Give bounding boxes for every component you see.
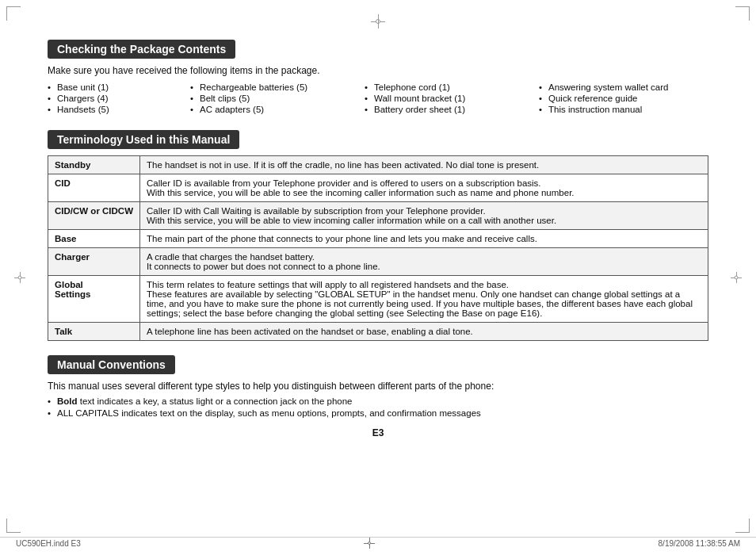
table-row: Talk A telephone line has been activated… bbox=[48, 323, 708, 341]
list-item: Quick reference guide bbox=[539, 94, 729, 103]
page-wrapper: Checking the Package Contents Make sure … bbox=[0, 0, 756, 555]
definition-cell: The handset is not in use. If it is off … bbox=[140, 156, 708, 174]
corner-mark-bl bbox=[6, 519, 21, 533]
table-row: CID Caller ID is available from your Tel… bbox=[48, 174, 708, 202]
definition-cell: A telephone line has been activated on t… bbox=[140, 323, 708, 341]
terminology-table: Standby The handset is not in use. If it… bbox=[48, 155, 708, 341]
list-item: Handsets (5) bbox=[48, 105, 182, 114]
top-crosshair bbox=[371, 14, 385, 29]
term-cell: Charger bbox=[48, 248, 140, 276]
term-cell: CID/CW or CIDCW bbox=[48, 202, 140, 230]
package-col-2: Rechargeable batteries (5) Belt clips (5… bbox=[190, 82, 365, 116]
footer-left: UC590EH.indd E3 bbox=[16, 539, 81, 548]
package-items-grid: Base unit (1) Chargers (4) Handsets (5) … bbox=[48, 82, 708, 116]
conventions-header: Manual Conventions bbox=[48, 355, 175, 374]
corner-mark-tr bbox=[735, 6, 750, 21]
table-row: Standby The handset is not in use. If it… bbox=[48, 156, 708, 174]
page-number: E3 bbox=[48, 427, 708, 438]
term-cell: Standby bbox=[48, 156, 140, 174]
list-item: Wall mount bracket (1) bbox=[365, 94, 531, 103]
footer-right: 8/19/2008 11:38:55 AM bbox=[659, 539, 740, 548]
list-item: Answering system wallet card bbox=[539, 82, 729, 92]
term-cell: GlobalSettings bbox=[48, 276, 140, 323]
term-cell: Talk bbox=[48, 323, 140, 341]
table-row: CID/CW or CIDCW Caller ID with Call Wait… bbox=[48, 202, 708, 230]
package-col-4: Answering system wallet card Quick refer… bbox=[539, 82, 737, 116]
conventions-intro: This manual uses several different type … bbox=[48, 381, 708, 392]
package-col-1: Base unit (1) Chargers (4) Handsets (5) bbox=[48, 82, 190, 116]
list-item: Rechargeable batteries (5) bbox=[190, 82, 357, 92]
footer-crosshair bbox=[364, 538, 375, 549]
package-header: Checking the Package Contents bbox=[48, 40, 235, 59]
list-item: Base unit (1) bbox=[48, 82, 182, 92]
list-item: Battery order sheet (1) bbox=[365, 105, 531, 114]
conventions-section: Manual Conventions This manual uses seve… bbox=[48, 355, 708, 418]
list-item: ALL CAPITALS indicates text on the displ… bbox=[48, 408, 708, 418]
term-cell: Base bbox=[48, 230, 140, 248]
package-intro: Make sure you have received the followin… bbox=[48, 65, 708, 76]
definition-cell: Caller ID is available from your Telepho… bbox=[140, 174, 708, 202]
package-col-3: Telephone cord (1) Wall mount bracket (1… bbox=[365, 82, 539, 116]
term-cell: CID bbox=[48, 174, 140, 202]
corner-mark-br bbox=[735, 519, 750, 533]
list-item: Chargers (4) bbox=[48, 94, 182, 103]
definition-cell: A cradle that charges the handset batter… bbox=[140, 248, 708, 276]
conventions-list: Bold text indicates a key, a status ligh… bbox=[48, 396, 708, 418]
list-item: Bold text indicates a key, a status ligh… bbox=[48, 396, 708, 406]
list-item: Telephone cord (1) bbox=[365, 82, 531, 92]
package-section: Checking the Package Contents Make sure … bbox=[48, 40, 708, 116]
footer: UC590EH.indd E3 8/19/2008 11:38:55 AM bbox=[0, 537, 756, 549]
terminology-section: Terminology Used in this Manual Standby … bbox=[48, 130, 708, 341]
corner-mark-tl bbox=[6, 6, 21, 21]
list-item: This instruction manual bbox=[539, 105, 729, 114]
list-item: AC adapters (5) bbox=[190, 105, 357, 114]
definition-cell: This term relates to feature settings th… bbox=[140, 276, 708, 323]
definition-cell: The main part of the phone that connects… bbox=[140, 230, 708, 248]
list-item: Belt clips (5) bbox=[190, 94, 357, 103]
right-crosshair bbox=[731, 272, 742, 283]
terminology-header: Terminology Used in this Manual bbox=[48, 130, 239, 149]
definition-cell: Caller ID with Call Waiting is available… bbox=[140, 202, 708, 230]
bold-label: Bold bbox=[57, 396, 78, 406]
table-row: GlobalSettings This term relates to feat… bbox=[48, 276, 708, 323]
table-row: Charger A cradle that charges the handse… bbox=[48, 248, 708, 276]
left-crosshair bbox=[14, 272, 25, 283]
table-row: Base The main part of the phone that con… bbox=[48, 230, 708, 248]
